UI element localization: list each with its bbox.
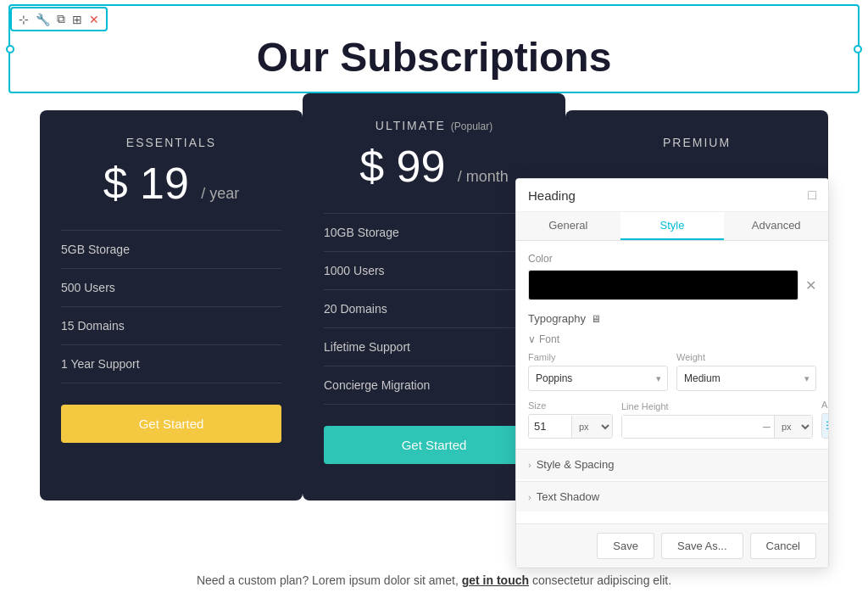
- cancel-button[interactable]: Cancel: [750, 533, 816, 559]
- page-title-area: Our Subscriptions: [0, 8, 868, 81]
- ultimate-features: 10GB Storage 1000 Users 20 Domains Lifet…: [324, 213, 544, 405]
- size-lineheight-align-row: Size px em rem Line Height – px: [528, 400, 816, 439]
- align-buttons: ☰ ☰ ☰: [821, 413, 828, 439]
- font-family-col: Family Poppins: [528, 352, 668, 391]
- page-title: Our Subscriptions: [0, 34, 868, 81]
- footer-link[interactable]: get in touch: [462, 573, 529, 587]
- text-shadow-label: Text Shadow: [537, 490, 599, 503]
- list-item: Lifetime Support: [324, 328, 544, 366]
- panel-header: Heading □: [516, 179, 828, 212]
- line-height-label: Line Height: [621, 401, 813, 411]
- weight-select-wrapper: Medium: [676, 366, 816, 391]
- heading-panel: Heading □ General Style Advanced Color ✕…: [515, 178, 829, 568]
- weight-select[interactable]: Medium: [676, 366, 816, 391]
- family-select[interactable]: Poppins: [528, 366, 668, 391]
- premium-plan-name: PREMIUM: [587, 136, 807, 149]
- family-select-wrapper: Poppins: [528, 366, 668, 391]
- close-icon[interactable]: ✕: [89, 13, 99, 26]
- save-button[interactable]: Save: [597, 533, 654, 559]
- essentials-features: 5GB Storage 500 Users 15 Domains 1 Year …: [61, 230, 281, 383]
- line-height-input-group: – px em: [621, 415, 813, 439]
- columns-icon[interactable]: ⊞: [72, 13, 82, 26]
- list-item: 1 Year Support: [61, 345, 281, 383]
- line-height-group: Line Height – px em: [621, 401, 813, 439]
- panel-title: Heading: [528, 188, 576, 203]
- move-icon[interactable]: ⊹: [19, 13, 29, 26]
- essentials-plan-name: ESSENTIALS: [61, 136, 281, 149]
- element-toolbar: ⊹ 🔧 ⧉ ⊞ ✕: [10, 7, 108, 31]
- align-label: Align: [821, 400, 828, 410]
- chevron-right-icon: ›: [528, 492, 531, 502]
- essentials-cta-button[interactable]: Get Started: [61, 405, 281, 443]
- tab-advanced[interactable]: Advanced: [724, 212, 828, 240]
- list-item: Concierge Migration: [324, 366, 544, 405]
- typography-label: Typography: [528, 312, 586, 325]
- ultimate-cta-button[interactable]: Get Started: [324, 426, 544, 464]
- ultimate-plan-name: ULTIMATE (Popular): [324, 119, 544, 132]
- list-item: 5GB Storage: [61, 231, 281, 269]
- list-item: 20 Domains: [324, 290, 544, 328]
- essentials-price: $ 19 / year: [61, 158, 281, 209]
- footer-text: Need a custom plan? Lorem ipsum dolor si…: [0, 573, 868, 587]
- line-height-dash: –: [760, 419, 774, 434]
- text-shadow-section[interactable]: › Text Shadow: [516, 481, 828, 512]
- weight-label: Weight: [676, 352, 816, 362]
- save-as-button[interactable]: Save As...: [661, 533, 743, 559]
- style-spacing-label: Style & Spacing: [537, 458, 615, 471]
- typography-row: Typography 🖥: [528, 312, 816, 325]
- line-height-input[interactable]: [622, 416, 760, 438]
- panel-minimize-button[interactable]: □: [808, 187, 816, 203]
- size-unit-select[interactable]: px em rem: [571, 416, 612, 438]
- align-left-button[interactable]: ☰: [822, 414, 828, 438]
- align-group: Align ☰ ☰ ☰: [821, 400, 828, 439]
- monitor-icon: 🖥: [591, 313, 601, 325]
- ultimate-price: $ 99 / month: [324, 141, 544, 192]
- font-family-weight-row: Family Poppins Weight Medium: [528, 352, 816, 391]
- family-label: Family: [528, 352, 668, 362]
- panel-tabs: General Style Advanced: [516, 212, 828, 241]
- color-row: ✕: [528, 270, 816, 300]
- panel-footer: Save Save As... Cancel: [516, 523, 828, 568]
- style-spacing-section[interactable]: › Style & Spacing: [516, 449, 828, 479]
- chevron-right-icon: ›: [528, 460, 531, 470]
- color-label: Color: [528, 253, 816, 265]
- list-item: 1000 Users: [324, 252, 544, 290]
- size-input-group: px em rem: [528, 414, 613, 439]
- size-input[interactable]: [529, 415, 571, 438]
- tab-style[interactable]: Style: [620, 212, 725, 240]
- font-section-label: ∨ Font: [528, 333, 816, 345]
- size-label: Size: [528, 400, 613, 411]
- color-swatch[interactable]: [528, 270, 798, 300]
- panel-body: Color ✕ Typography 🖥 ∨ Font Family Poppi…: [516, 241, 828, 523]
- card-essentials: ESSENTIALS $ 19 / year 5GB Storage 500 U…: [40, 110, 303, 501]
- copy-icon[interactable]: ⧉: [57, 12, 65, 26]
- font-weight-col: Weight Medium: [676, 352, 816, 391]
- list-item: 10GB Storage: [324, 214, 544, 252]
- list-item: 500 Users: [61, 269, 281, 307]
- color-remove-button[interactable]: ✕: [805, 277, 816, 294]
- tab-general[interactable]: General: [516, 212, 620, 240]
- line-height-unit-select[interactable]: px em: [774, 416, 812, 438]
- size-group: Size px em rem: [528, 400, 613, 439]
- chevron-down-icon: ∨: [528, 333, 536, 345]
- settings-icon[interactable]: 🔧: [36, 13, 50, 26]
- list-item: 15 Domains: [61, 307, 281, 345]
